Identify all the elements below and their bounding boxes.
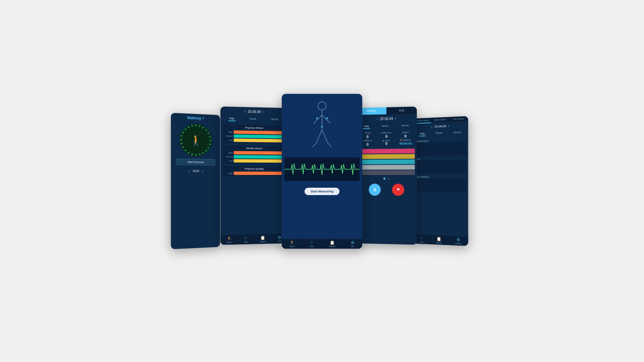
- s5-settings-label: Setting: [455, 242, 462, 245]
- nav-sport-label: Sport: [227, 241, 232, 243]
- s3-ecg-icon: ♡: [310, 240, 314, 245]
- start-measuring-button[interactable]: Start Measuring: [305, 188, 339, 195]
- s5-next-button[interactable]: ›: [448, 124, 449, 128]
- s5-tab-month[interactable]: Month: [452, 130, 463, 135]
- svg-line-28: [322, 115, 330, 123]
- s5-tab-week[interactable]: Week: [434, 131, 444, 136]
- svg-line-30: [322, 130, 328, 143]
- chart-row-normal: Normal: [225, 134, 283, 138]
- screen2-next-button[interactable]: ›: [263, 110, 264, 114]
- mental-bar-high: [234, 151, 283, 155]
- mental-stress-bars: High Normal Low: [225, 151, 283, 163]
- screen-stress-charts: ‹ 20.06.09 › Day Week Month Physical Str…: [220, 107, 287, 245]
- history-content: Distance(km) Time Avg HR(bpm): [413, 136, 468, 194]
- screen-walking-stats: Walking 轨迹 ‹ 20.06.09 › Day Week Month 心…: [357, 107, 417, 245]
- stop-button[interactable]: ⚑: [392, 184, 404, 196]
- s5-date: 20.06.09: [434, 124, 446, 128]
- s4-tab-week[interactable]: Week: [380, 124, 390, 129]
- nav-sport[interactable]: 🏃 Sport: [226, 236, 231, 243]
- mental-stress-chart: Mental Stress High Normal Low: [223, 145, 285, 164]
- s3-nav-sport[interactable]: 🏃 Sport: [289, 240, 294, 247]
- chart-row-low: Low: [225, 138, 283, 142]
- stat-distance: 距离km 0: [396, 131, 415, 138]
- bar-pink: [359, 148, 415, 154]
- svg-point-34: [326, 117, 328, 119]
- s5-prev-button[interactable]: ‹: [431, 124, 432, 129]
- year-prev-button[interactable]: ‹: [189, 169, 190, 173]
- s4-date: 20.06.09: [380, 117, 393, 121]
- screen2-bottom-nav: 🏃 Sport ♡ Ecg 📋 History ⚙ Set: [220, 234, 287, 245]
- tab-health-report[interactable]: Health Report: [431, 117, 449, 123]
- s3-nav-settings-label: Set: [351, 245, 354, 247]
- bar-gold: [359, 154, 415, 159]
- svg-point-33: [316, 117, 318, 119]
- s3-nav-ecg[interactable]: ♡ Ecg: [310, 240, 314, 247]
- stat-pace-value: 0: [377, 134, 396, 139]
- start-exercise-button[interactable]: Start Exercise: [176, 159, 215, 166]
- s4-next-button[interactable]: ›: [395, 116, 396, 121]
- s5-tab-day[interactable]: Day: [419, 131, 426, 137]
- mental-bar-low: [234, 159, 283, 163]
- ecg-svg: [284, 158, 360, 181]
- year-display: 2020: [193, 169, 199, 173]
- screen2-header: ‹ 20.06.09 ›: [220, 107, 287, 117]
- ecg-icon: ♡: [244, 236, 248, 240]
- walking-title-row: Walking ▼: [171, 113, 220, 122]
- bar-low: [234, 138, 283, 142]
- mental-label-low: Low: [225, 160, 232, 162]
- pq-label-high: High: [225, 172, 232, 174]
- s4-tab-month[interactable]: Month: [400, 123, 411, 129]
- nav-history[interactable]: 📋 History: [260, 235, 266, 242]
- nav-settings[interactable]: ⚙ Set: [278, 235, 281, 242]
- bar-silver: [359, 165, 415, 170]
- settings-icon: ⚙: [278, 235, 281, 240]
- screen4-date-header: ‹ 20.06.09 ›: [357, 114, 417, 124]
- nav-ecg[interactable]: ♡ Ecg: [244, 236, 248, 243]
- bar-dark: [359, 170, 415, 175]
- screen-ecg: Start Measuring 🏃 Sport ♡ Ecg 📋 History …: [282, 94, 362, 249]
- s5-settings-icon: ⚙: [457, 237, 460, 242]
- year-nav: ‹ 2020 ›: [171, 167, 220, 175]
- s3-settings-icon: ⚙: [351, 240, 355, 245]
- screen5-bottom-nav: ♡ Ecg 📋 History ⚙ Setting: [413, 235, 468, 246]
- pause-button[interactable]: ⏸: [369, 184, 381, 196]
- s4-prev-button[interactable]: ‹: [377, 117, 378, 121]
- mental-stress-title: Mental Stress: [225, 146, 283, 150]
- mental-row-high: High: [225, 151, 283, 155]
- s3-nav-settings[interactable]: ⚙ Set: [351, 240, 355, 247]
- screens-container: Walking ▼: [171, 94, 473, 268]
- bar-normal: [234, 134, 283, 138]
- stats-grid: 心率bpm 0 步速min/km 0 距离km 0 卡路里kcal 0 👟 St…: [357, 130, 417, 148]
- year-next-button[interactable]: ›: [202, 169, 203, 173]
- s4-tab-day[interactable]: Day: [363, 124, 370, 129]
- nav-settings-label: Set: [278, 240, 281, 242]
- screen2-tabs: Day Week Month: [220, 115, 287, 124]
- s3-nav-history[interactable]: 📋 History: [329, 240, 335, 247]
- tab-week[interactable]: Week: [248, 117, 258, 122]
- history-hr-chart: [415, 178, 466, 192]
- screen2-prev-button[interactable]: ‹: [245, 109, 246, 114]
- tab-day[interactable]: Day: [228, 116, 236, 121]
- stat-duration: 🏋 训练时长 00:00:03: [396, 139, 415, 146]
- stat-timer-value: 00:00:03: [396, 142, 415, 145]
- s5-nav-history[interactable]: 📋 History: [436, 236, 442, 244]
- pq-row-high: High: [225, 172, 283, 175]
- s3-nav-history-label: History: [329, 245, 335, 247]
- tab-track[interactable]: 轨迹: [386, 107, 417, 114]
- tab-month[interactable]: Month: [270, 117, 280, 122]
- tab-hrv-report[interactable]: HRV Report: [449, 116, 468, 122]
- s5-nav-settings[interactable]: ⚙ Setting: [455, 237, 462, 245]
- pause-icon: ⏸: [372, 187, 377, 192]
- physical-stress-title: Physical Stress: [225, 126, 283, 130]
- stat-pace: 步速min/km 0: [377, 131, 396, 139]
- svg-line-32: [328, 143, 331, 147]
- mental-label-normal: Normal: [225, 156, 232, 158]
- ecg-waveform-display: [284, 158, 360, 181]
- stat-steps: 👟 Steps 0: [377, 139, 396, 146]
- chart-row-high: High: [225, 130, 283, 135]
- dot-2: [387, 178, 389, 180]
- s3-history-icon: 📋: [330, 240, 335, 245]
- s5-nav-ecg[interactable]: ♡ Ecg: [420, 236, 423, 243]
- action-buttons: ⏸ ⚑: [357, 181, 417, 199]
- svg-point-25: [318, 102, 326, 110]
